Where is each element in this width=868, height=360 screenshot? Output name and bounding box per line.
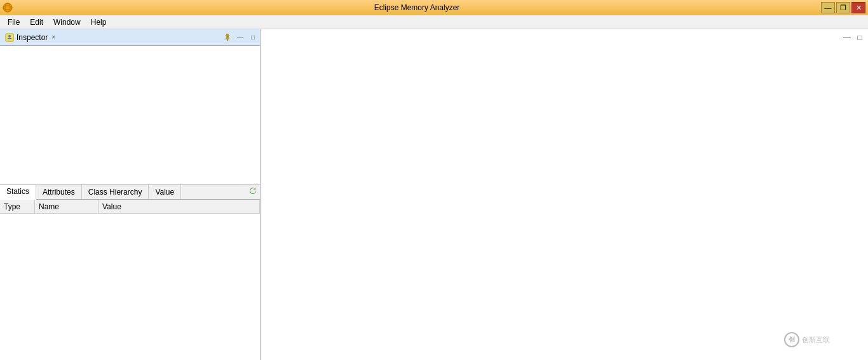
inspector-icon	[5, 33, 14, 42]
watermark: 创 创新互联	[784, 332, 830, 347]
tab-class-hierarchy[interactable]: Class Hierarchy	[82, 184, 149, 199]
menu-edit[interactable]: Edit	[25, 17, 48, 28]
svg-point-0	[3, 3, 12, 12]
pin-icon	[223, 33, 232, 42]
pin-button[interactable]	[222, 32, 233, 43]
menu-help[interactable]: Help	[86, 17, 112, 28]
panel-minimize-button[interactable]: —	[234, 32, 246, 43]
table-area: Type Name Value	[0, 200, 260, 360]
inspector-close-icon[interactable]: ×	[51, 34, 55, 41]
tab-attributes[interactable]: Attributes	[36, 184, 82, 199]
right-minimize-button[interactable]: —	[841, 32, 853, 43]
watermark-circle: 创	[784, 332, 799, 347]
refresh-svg	[248, 186, 257, 195]
table-header: Type Name Value	[0, 200, 260, 214]
col-header-value: Value	[98, 200, 260, 213]
maximize-icon: □	[251, 34, 255, 41]
tab-value[interactable]: Value	[149, 184, 181, 199]
inspector-body	[0, 46, 260, 184]
inspector-tab-bar: Inspector × — □	[0, 29, 260, 46]
app-icon	[3, 3, 13, 13]
window-title: Eclipse Memory Analyzer	[374, 3, 460, 12]
watermark-text: 创新互联	[802, 335, 830, 345]
title-bar-center: Eclipse Memory Analyzer	[13, 3, 821, 12]
table-body	[0, 214, 260, 360]
svg-point-4	[8, 35, 11, 38]
bottom-tab-bar: Statics Attributes Class Hierarchy Value	[0, 184, 260, 200]
tab-statics[interactable]: Statics	[0, 185, 36, 200]
right-maximize-button[interactable]: □	[854, 32, 865, 43]
col-header-name: Name	[35, 200, 98, 213]
panel-maximize-button[interactable]: □	[247, 32, 259, 43]
right-minimize-icon: —	[843, 33, 851, 42]
main-content: Inspector × — □	[0, 29, 868, 360]
svg-rect-5	[8, 38, 11, 39]
right-maximize-icon: □	[857, 33, 862, 42]
menu-window[interactable]: Window	[48, 17, 86, 28]
watermark-symbol: 创	[789, 335, 795, 344]
title-bar-left	[3, 3, 13, 13]
inspector-tab-controls: — □	[222, 32, 259, 43]
right-panel-controls: — □	[841, 32, 865, 43]
minimize-icon: —	[237, 34, 243, 41]
refresh-icon[interactable]	[248, 186, 257, 197]
col-header-type: Type	[0, 200, 35, 213]
menu-bar: File Edit Window Help	[0, 15, 868, 29]
left-panel: Inspector × — □	[0, 29, 261, 360]
minimize-button[interactable]: —	[821, 2, 835, 13]
restore-button[interactable]: ❐	[836, 2, 850, 13]
menu-file[interactable]: File	[3, 17, 25, 28]
inspector-tab-label: Inspector	[17, 33, 48, 42]
inspector-tab[interactable]: Inspector ×	[1, 32, 59, 43]
title-bar: Eclipse Memory Analyzer — ❐ ✕	[0, 0, 868, 15]
close-button[interactable]: ✕	[851, 2, 865, 13]
title-bar-controls: — ❐ ✕	[821, 2, 865, 13]
right-panel: — □ 创 创新互联	[261, 29, 868, 360]
bottom-tabs: Statics Attributes Class Hierarchy Value…	[0, 184, 260, 360]
